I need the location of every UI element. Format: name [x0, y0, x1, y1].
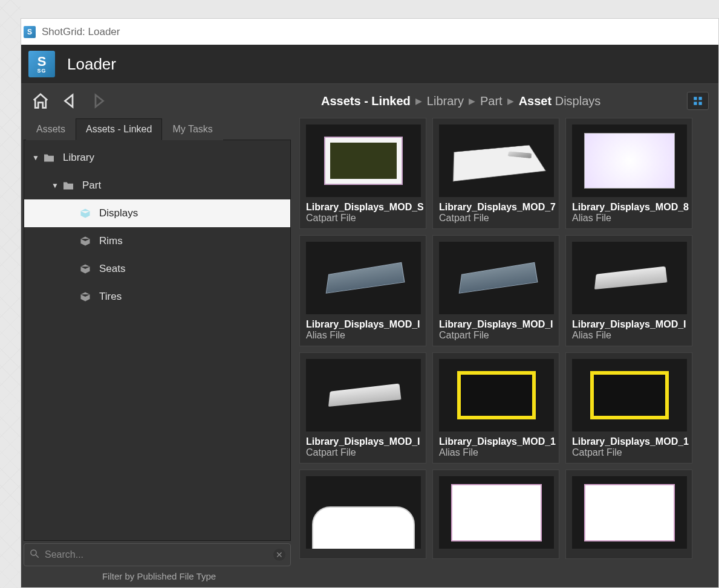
tree-item-seats[interactable]: Seats: [24, 255, 290, 283]
tree-label: Displays: [99, 207, 138, 219]
asset-thumbnail: [439, 359, 554, 431]
folder-icon: [62, 179, 75, 192]
asset-thumbnail: [439, 124, 554, 197]
titlebar-icon: S: [24, 26, 36, 38]
tree-item-displays[interactable]: Displays: [24, 199, 290, 227]
tab-assets-linked[interactable]: Assets - Linked: [76, 118, 162, 140]
breadcrumb-leaf: Asset Displays: [519, 94, 601, 108]
chevron-right-icon: ▶: [507, 96, 514, 106]
titlebar: S ShotGrid: Loader: [21, 19, 718, 45]
tree-item-library[interactable]: ▼ Library: [24, 144, 290, 172]
cube-icon: [79, 207, 92, 220]
app-logo-sub: SG: [37, 68, 46, 74]
card-subtitle: Catpart File: [433, 330, 559, 341]
card-title: Library_Displays_MOD_S: [300, 202, 426, 213]
asset-thumbnail: [439, 476, 554, 549]
tree-label: Tires: [99, 291, 122, 303]
svg-rect-3: [699, 102, 702, 105]
search-icon: [29, 548, 40, 561]
svg-rect-1: [699, 97, 702, 100]
tree-label: Seats: [99, 263, 125, 275]
collapse-icon[interactable]: ▼: [29, 153, 42, 162]
svg-point-4: [31, 550, 36, 555]
app-logo-icon: S SG: [28, 51, 55, 77]
tree: ▼ Library ▼ Part: [24, 140, 290, 311]
tree-label: Library: [63, 152, 94, 164]
asset-thumbnail: [572, 124, 687, 197]
breadcrumb-leaf-strong: Asset: [519, 94, 551, 108]
breadcrumb-leaf-text: Displays: [555, 94, 601, 108]
asset-thumbnail: [306, 124, 421, 197]
collapse-icon[interactable]: ▼: [48, 181, 62, 190]
tab-my-tasks[interactable]: My Tasks: [162, 118, 223, 140]
toolbar: Assets - Linked ▶ Library ▶ Part ▶ Asset…: [21, 84, 718, 118]
tabs-row: Assets Assets - Linked My Tasks: [24, 118, 294, 140]
card-subtitle: Alias File: [566, 213, 692, 224]
cube-icon: [79, 234, 92, 248]
card-subtitle: Catpart File: [433, 213, 559, 224]
card-subtitle: Catpart File: [566, 447, 692, 458]
breadcrumb-root[interactable]: Assets - Linked: [321, 94, 411, 108]
chevron-right-icon: ▶: [469, 96, 475, 106]
card-title: Library_Displays_MOD_8: [566, 202, 692, 213]
asset-card[interactable]: Library_Displays_MOD_ICatpart File: [432, 235, 559, 346]
tab-assets[interactable]: Assets: [26, 118, 76, 140]
tree-item-rims[interactable]: Rims: [24, 227, 290, 255]
clear-search-button[interactable]: ✕: [273, 549, 285, 561]
forward-button[interactable]: [86, 89, 111, 113]
back-button[interactable]: [57, 89, 82, 113]
cube-icon: [79, 290, 92, 303]
right-panel: Library_Displays_MOD_SCatpart FileLibrar…: [294, 118, 718, 587]
window-title: ShotGrid: Loader: [42, 26, 120, 38]
breadcrumb-part[interactable]: Part: [480, 94, 503, 108]
asset-card[interactable]: Library_Displays_MOD_8Alias File: [565, 118, 692, 229]
app-title: Loader: [67, 55, 116, 74]
app-body: S SG Loader Assets - Linked ▶ Library ▶ …: [21, 45, 718, 587]
home-button[interactable]: [28, 89, 53, 113]
app-window: S ShotGrid: Loader S SG Loader Assets - …: [21, 18, 719, 588]
asset-thumbnail: [439, 242, 554, 314]
asset-grid: Library_Displays_MOD_SCatpart FileLibrar…: [299, 118, 718, 559]
card-title: Library_Displays_MOD_I: [433, 319, 559, 330]
app-header: S SG Loader: [21, 45, 718, 84]
cube-icon: [79, 262, 92, 276]
tree-item-part[interactable]: ▼ Part: [24, 172, 290, 199]
breadcrumb-library[interactable]: Library: [427, 94, 464, 108]
search-row: ✕: [24, 543, 291, 566]
view-toggle: [687, 92, 709, 110]
asset-card[interactable]: Library_Displays_MOD_SCatpart File: [299, 118, 426, 229]
asset-thumbnail: [306, 359, 421, 431]
background-deco: [0, 0, 21, 588]
folder-icon: [42, 151, 56, 164]
card-title: Library_Displays_MOD_1: [566, 436, 692, 447]
asset-card[interactable]: Library_Displays_MOD_IAlias File: [565, 235, 692, 346]
asset-card[interactable]: [565, 470, 692, 559]
tree-label: Part: [82, 179, 101, 192]
asset-card[interactable]: Library_Displays_MOD_ICatpart File: [299, 352, 426, 464]
asset-card[interactable]: Library_Displays_MOD_1Alias File: [432, 352, 559, 464]
grid-view-button[interactable]: [688, 92, 708, 109]
asset-card[interactable]: Library_Displays_MOD_IAlias File: [299, 235, 426, 346]
asset-thumbnail: [572, 476, 687, 549]
left-panel: Assets Assets - Linked My Tasks ▼ Librar…: [24, 118, 294, 587]
card-subtitle: Catpart File: [300, 213, 426, 224]
card-title: Library_Displays_MOD_1: [433, 436, 559, 447]
tree-panel: ▼ Library ▼ Part: [24, 140, 291, 541]
asset-card[interactable]: Library_Displays_MOD_1Catpart File: [565, 352, 692, 464]
search-input[interactable]: [40, 549, 273, 560]
forward-icon: [89, 92, 108, 110]
filter-label[interactable]: Filter by Published File Type: [24, 567, 294, 587]
asset-card[interactable]: [299, 470, 426, 559]
asset-thumbnail: [306, 476, 421, 549]
card-subtitle: Alias File: [300, 330, 426, 341]
asset-card[interactable]: Library_Displays_MOD_7Catpart File: [432, 118, 559, 229]
breadcrumb: Assets - Linked ▶ Library ▶ Part ▶ Asset…: [321, 94, 687, 108]
asset-card[interactable]: [432, 470, 559, 559]
app-logo-letter: S: [37, 55, 47, 68]
svg-rect-0: [694, 97, 697, 100]
tree-label: Rims: [99, 235, 123, 247]
back-icon: [60, 92, 79, 110]
tree-item-tires[interactable]: Tires: [24, 283, 290, 311]
content: Assets Assets - Linked My Tasks ▼ Librar…: [21, 118, 718, 587]
card-title: Library_Displays_MOD_7: [433, 202, 559, 213]
